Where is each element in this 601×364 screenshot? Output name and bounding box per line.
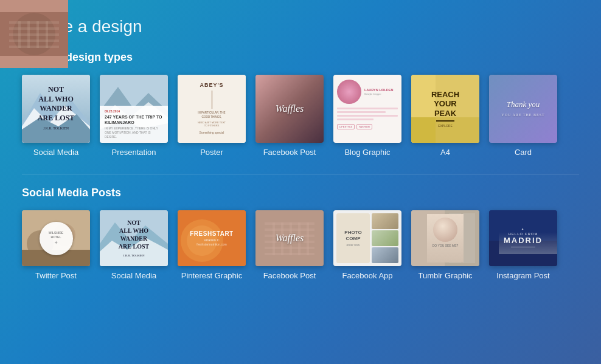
social-media-2-label: Social Media	[111, 271, 156, 280]
design-item-presentation[interactable]: 09.28.2014 247 YEARS OF THE TRIP TOKILIM…	[100, 75, 168, 157]
social-media-grid: WILSHIREHOTEL ✦ Twitter Post NOTALL WHOW…	[22, 210, 579, 280]
social-media-quote: NOTALL WHOWANDERARE LOSTJ.R.R. TOLKIEN	[33, 80, 79, 137]
poster-label: Poster	[200, 148, 223, 157]
thumb-a4: REACHYOURPEAK EXPLORE	[411, 75, 479, 143]
a4-label: A4	[440, 148, 450, 157]
thumb-facebook-post-2: Waffles	[255, 210, 324, 266]
design-item-twitter-post[interactable]: WILSHIREHOTEL ✦ Twitter Post	[22, 210, 90, 280]
thumb-social-media: NOTALL WHOWANDERARE LOSTJ.R.R. TOLKIEN	[22, 75, 90, 143]
design-item-social-media-2[interactable]: NOTALL WHOWANDERARE LOSTJ.R.R. TOLKIEN S…	[100, 210, 168, 280]
card-label: Card	[515, 148, 532, 157]
design-item-card[interactable]: Thank you YOU ARE THE BEST Card	[489, 75, 557, 157]
presentation-label: Presentation	[112, 148, 156, 157]
instagram-post-label: Instagram Post	[496, 271, 549, 280]
svg-rect-48	[463, 213, 475, 263]
design-item-social-media[interactable]: NOTALL WHOWANDERARE LOSTJ.R.R. TOLKIEN S…	[22, 75, 90, 157]
design-item-poster[interactable]: ABEY'S IN PARTICULAR, THEGOOD THINGS, NE…	[178, 75, 246, 157]
thumb-instagram-post: ✦ HELLO FROM MADRID	[489, 210, 557, 266]
thumb-blog-graphic: LAURYN HOLDEN lifestyle blogger LIFESTYL…	[333, 75, 401, 143]
thumb-pinterest-graphic: FRESHSTART Vitamin C freshstartnutrition…	[178, 210, 246, 266]
design-item-tumblr-graphic[interactable]: DO YOU SEE ME? Tumblr Graphic	[411, 210, 479, 280]
social-media-section-title: Social Media Posts	[22, 187, 579, 199]
design-item-facebook-app[interactable]: PHOTOCOMP enter now Facebook App	[333, 210, 401, 280]
page-title: Create a design	[22, 17, 579, 36]
design-item-blog-graphic[interactable]: LAURYN HOLDEN lifestyle blogger LIFESTYL…	[333, 75, 401, 157]
thumb-facebook-post: Waffles	[255, 75, 324, 143]
social-media-label: Social Media	[33, 148, 78, 157]
thumb-twitter-post: WILSHIREHOTEL ✦	[22, 210, 90, 266]
section-divider	[22, 174, 579, 174]
svg-rect-40	[273, 222, 275, 255]
pinterest-graphic-label: Pinterest Graphic	[181, 271, 242, 280]
social-media-section: Social Media Posts WILSHIREHOTEL ✦ Twitt…	[22, 187, 579, 280]
tumblr-graphic-label: Tumblr Graphic	[418, 271, 472, 280]
facebook-app-label: Facebook App	[342, 271, 392, 280]
facebook-post-label: Facebook Post	[263, 148, 316, 157]
thumb-presentation: 09.28.2014 247 YEARS OF THE TRIP TOKILIM…	[100, 75, 168, 143]
thumb-social-media-2: NOTALL WHOWANDERARE LOSTJ.R.R. TOLKIEN	[100, 210, 168, 266]
blog-graphic-label: Blog Graphic	[344, 148, 390, 157]
sm2-text: NOTALL WHOWANDERARE LOSTJ.R.R. TOLKIEN	[115, 215, 153, 262]
svg-rect-44	[307, 222, 309, 255]
thumb-facebook-app: PHOTOCOMP enter now	[333, 210, 401, 266]
twitter-post-label: Twitter Post	[35, 271, 77, 280]
popular-grid: NOTALL WHOWANDERARE LOSTJ.R.R. TOLKIEN S…	[22, 75, 579, 157]
design-item-a4[interactable]: REACHYOURPEAK EXPLORE A4	[411, 75, 479, 157]
popular-section-title: Popular design types	[22, 51, 579, 64]
card-text: Thank you YOU ARE THE BEST	[501, 100, 544, 118]
popular-section: Popular design types	[22, 51, 579, 157]
design-item-facebook-post[interactable]: Waffles Facebook Post	[255, 75, 324, 157]
facebook-post-2-label: Facebook Post	[263, 271, 316, 280]
thumb-tumblr-graphic: DO YOU SEE ME?	[411, 210, 479, 266]
thumb-card: Thank you YOU ARE THE BEST	[489, 75, 557, 143]
design-item-pinterest-graphic[interactable]: FRESHSTART Vitamin C freshstartnutrition…	[178, 210, 246, 280]
thumb-poster: ABEY'S IN PARTICULAR, THEGOOD THINGS, NE…	[178, 75, 246, 143]
facebook-waffle-text: Waffles	[276, 103, 304, 114]
design-item-facebook-post-2[interactable]: Waffles Facebook Post	[255, 210, 324, 280]
design-item-instagram-post[interactable]: ✦ HELLO FROM MADRID Instagram Post	[489, 210, 557, 280]
